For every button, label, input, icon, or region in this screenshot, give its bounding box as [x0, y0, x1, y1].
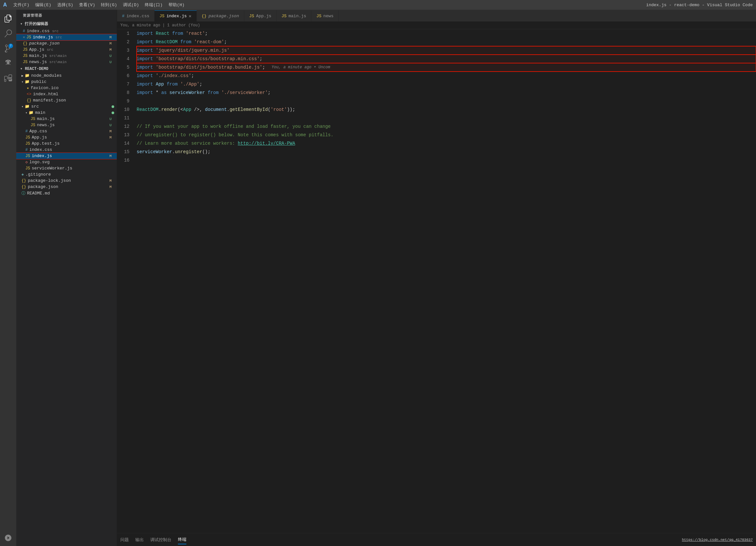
tab-main-js[interactable]: JS main.js: [277, 10, 311, 21]
menu-view[interactable]: 查看(V): [79, 2, 95, 8]
tree-index-html[interactable]: <> index.html: [16, 91, 117, 97]
tree-news-js[interactable]: JS news.js U: [16, 122, 117, 128]
html-icon: <>: [27, 92, 31, 97]
bottom-tab-debug-console[interactable]: 调试控制台: [150, 536, 171, 544]
js-main-icon: JS: [23, 54, 27, 58]
css-file-icon: #: [23, 29, 25, 34]
gitignore-label: .gitignore: [25, 172, 114, 177]
fn-getelbyid: getElementById: [230, 105, 268, 114]
tree-app-test-js[interactable]: JS App.test.js: [16, 141, 117, 147]
open-editor-appjs[interactable]: JS App.js src M: [16, 47, 117, 53]
node-modules-label: node_modules: [31, 73, 114, 78]
tree-package-json[interactable]: {} package.json M: [16, 184, 117, 190]
type-reactdom: ReactDOM: [156, 38, 181, 46]
str-react: 'react': [186, 29, 205, 38]
link-cra-pwa[interactable]: http://bit.ly/CRA-PWA: [238, 139, 295, 148]
tree-gitignore[interactable]: ◈ .gitignore: [16, 171, 117, 178]
tree-package-lock[interactable]: {} package-lock.json M: [16, 178, 117, 184]
open-editors-section[interactable]: ▾ 打开的编辑器: [16, 20, 117, 28]
tab-index-css[interactable]: # index.css: [117, 10, 155, 21]
menu-select[interactable]: 选择(S): [57, 2, 73, 8]
bottom-tab-problems[interactable]: 问题: [120, 536, 129, 544]
menu-edit[interactable]: 编辑(E): [35, 2, 51, 8]
untracked-badge-news: U: [109, 60, 114, 64]
extensions-activity-icon[interactable]: [3, 73, 14, 84]
sidebar: 资源管理器 ▾ 打开的编辑器 # index.css src ✕ JS inde…: [16, 10, 117, 546]
tree-favicon[interactable]: ★ favicon.ico: [16, 85, 117, 91]
var-sw-15: serviceWorker: [137, 148, 172, 156]
semi-6: ;: [191, 72, 194, 80]
star-8: *: [156, 89, 161, 97]
tabs-bar: # index.css JS index.js ✕ {} package.jso…: [117, 10, 756, 21]
kw-import-7: import: [137, 80, 156, 89]
open-editor-index-css[interactable]: # index.css src: [16, 28, 117, 34]
tab-package-json[interactable]: {} package.json: [197, 10, 244, 21]
tree-index-css[interactable]: # index.css: [16, 147, 117, 153]
remote-activity-icon[interactable]: [3, 532, 14, 543]
tree-public[interactable]: ▾ 📁 public: [16, 79, 117, 85]
semi-2: ;: [224, 38, 227, 46]
tree-logo-svg[interactable]: ◇ logo.svg: [16, 159, 117, 165]
open-editor-newsjs[interactable]: JS news.js src\main U: [16, 59, 117, 65]
tree-main-js[interactable]: JS main.js U: [16, 116, 117, 122]
tree-app-css[interactable]: # App.css M: [16, 128, 117, 134]
url-bar[interactable]: https://blog.csdn.net/qq_41703637: [682, 538, 753, 542]
kw-import-2: import: [137, 38, 156, 46]
search-activity-icon[interactable]: [3, 28, 14, 39]
public-label: public: [31, 79, 114, 84]
bottom-tab-output[interactable]: 输出: [135, 536, 144, 544]
tab-index-js[interactable]: JS index.js ✕: [155, 10, 196, 21]
kw-import-1: import: [137, 29, 156, 38]
tree-app-js[interactable]: JS App.js M: [16, 134, 117, 141]
project-section[interactable]: ▾ REACT-DEMO: [16, 65, 117, 73]
menu-goto[interactable]: 转到(G): [101, 2, 117, 8]
tab-close-index-js[interactable]: ✕: [189, 13, 191, 19]
code-lines[interactable]: import React from 'react'; import ReactD…: [133, 29, 756, 533]
debug-activity-icon[interactable]: [3, 58, 14, 69]
code-line-10: ReactDOM.render(<App />, document.getEle…: [137, 105, 756, 114]
open-editor-index-js[interactable]: ✕ JS index.js src M: [16, 34, 117, 40]
tree-index-js[interactable]: JS index.js M: [16, 153, 117, 159]
code-line-2: import ReactDOM from 'react-dom';: [137, 38, 756, 46]
code-container: 1 2 3 4 5 6 7 8 9 10 11 12 13 14 15 16: [117, 29, 756, 533]
close-icon-indexjs[interactable]: ✕: [23, 35, 25, 40]
tab-news-js[interactable]: JS news: [311, 10, 339, 21]
line-num-13: 13: [117, 131, 129, 139]
tree-readme[interactable]: ⓘ README.md: [16, 190, 117, 197]
var-sw: serviceWorker: [169, 89, 208, 97]
comment-14-pre: // Learn more about service workers:: [137, 139, 238, 148]
app-js-label: App.js: [32, 135, 109, 140]
menu-bar: 文件(F) 编辑(E) 选择(S) 查看(V) 转到(G) 调试(D) 终端(口…: [13, 2, 184, 8]
tree-node-modules[interactable]: ▶ 📁 node_modules: [16, 73, 117, 79]
tree-src[interactable]: ▾ 📁 src: [16, 103, 117, 110]
tab-label-main-js: main.js: [289, 14, 306, 19]
code-line-3: import 'jquery/dist/jquery.min.js': [137, 46, 756, 55]
tree-main-folder[interactable]: ▾ 📁 main: [16, 110, 117, 116]
slash-10: />,: [194, 105, 205, 114]
arrow-public: ▾: [21, 80, 23, 84]
str-app: './App': [180, 80, 199, 89]
menu-terminal[interactable]: 终端(口): [145, 2, 163, 8]
main-js-label: main.js: [37, 116, 109, 121]
menu-file[interactable]: 文件(F): [13, 2, 29, 8]
menu-help[interactable]: 帮助(H): [169, 2, 184, 8]
logo-svg-label: logo.svg: [29, 160, 114, 165]
paren-10: (<: [178, 105, 183, 114]
index-css-icon: #: [25, 148, 28, 152]
line-num-3: 3: [117, 46, 129, 55]
main-js-icon: JS: [31, 117, 35, 121]
tab-app-js[interactable]: JS App.js: [244, 10, 277, 21]
tree-manifest-json[interactable]: {} manifest.json: [16, 97, 117, 103]
bottom-tab-terminal[interactable]: 终端: [178, 535, 186, 544]
folder-icon-src: 📁: [25, 104, 30, 109]
open-editor-mainjs[interactable]: JS main.js src\main U: [16, 53, 117, 59]
tree-serviceworker[interactable]: JS serviceWorker.js: [16, 165, 117, 171]
open-editor-package-json[interactable]: {} package.json M: [16, 40, 117, 47]
type-react: React: [156, 29, 172, 38]
blame-text: You, a minute ago | 1 author (You): [120, 23, 200, 28]
kw-from-2: from: [180, 38, 194, 46]
source-control-activity-icon[interactable]: 7: [3, 43, 14, 54]
files-activity-icon[interactable]: [3, 13, 14, 24]
menu-debug[interactable]: 调试(D): [123, 2, 139, 8]
kw-import-5: import: [137, 63, 156, 72]
